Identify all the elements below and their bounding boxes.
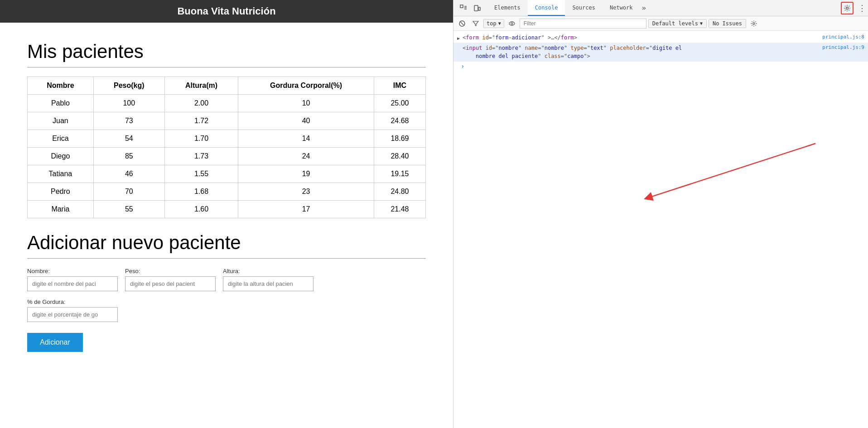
console-line-2: ▶ <input id="nombre" name="nombre" type=…	[453, 43, 868, 62]
table-row: Tatiana461.551919.15	[28, 165, 426, 183]
table-row: Pedro701.682324.80	[28, 183, 426, 201]
table-cell: 21.48	[374, 201, 425, 218]
table-cell: 1.68	[164, 183, 238, 201]
patients-section-title: Mis pacientes	[27, 41, 426, 63]
altura-label: Altura:	[223, 268, 313, 274]
table-cell: 1.73	[164, 148, 238, 165]
context-dropdown-icon: ▼	[498, 21, 501, 26]
console-settings-icon[interactable]	[748, 18, 760, 29]
console-output: ▶ <form id="form-adicionar" >…</form> pr…	[453, 31, 868, 428]
table-cell: 17	[238, 201, 374, 218]
table-cell: Pablo	[28, 95, 94, 112]
devtools-icon-buttons	[453, 2, 487, 14]
col-header-gordura: Gordura Corporal(%)	[238, 77, 374, 95]
form-group-nombre: Nombre:	[27, 268, 118, 291]
console-code-1: <form id="form-adicionar" >…</form>	[463, 34, 822, 42]
more-tabs-icon[interactable]: »	[640, 4, 648, 12]
svg-point-10	[511, 23, 513, 24]
devtools-tabs: Elements Console Sources Network »	[487, 0, 841, 16]
svg-rect-4	[474, 5, 478, 11]
tab-network[interactable]: Network	[603, 0, 640, 16]
table-cell: 46	[93, 165, 164, 183]
app-title: Buona Vita Nutrición	[177, 5, 275, 17]
table-cell: Tatiana	[28, 165, 94, 183]
expand-caret[interactable]: ›	[457, 62, 468, 71]
svg-rect-0	[460, 5, 463, 8]
table-cell: 85	[93, 148, 164, 165]
default-levels-label: Default levels	[652, 20, 698, 27]
col-header-peso: Peso(kg)	[93, 77, 164, 95]
table-cell: 24.80	[374, 183, 425, 201]
table-cell: 70	[93, 183, 164, 201]
table-cell: 1.55	[164, 165, 238, 183]
context-selector[interactable]: top ▼	[483, 19, 504, 28]
file-link-2[interactable]: principal.js:9	[822, 44, 864, 52]
col-header-imc: IMC	[374, 77, 425, 95]
tab-sources[interactable]: Sources	[565, 0, 603, 16]
table-cell: 25.00	[374, 95, 425, 112]
form-group-peso: Peso:	[125, 268, 216, 291]
adicionar-button[interactable]: Adicionar	[27, 333, 83, 352]
devtools-panel: Elements Console Sources Network » ⋮	[453, 0, 868, 428]
console-filter-input[interactable]	[520, 19, 646, 29]
peso-input[interactable]	[125, 276, 216, 291]
form-group-gordura: % de Gordura:	[27, 298, 118, 322]
app-header: Buona Vita Nutrición	[0, 0, 453, 23]
table-cell: 23	[238, 183, 374, 201]
table-row: Juan731.724024.68	[28, 112, 426, 130]
inspect-element-icon[interactable]	[457, 2, 470, 14]
table-cell: 19	[238, 165, 374, 183]
eye-icon[interactable]	[506, 18, 518, 29]
no-issues-button[interactable]: No Issues	[709, 19, 746, 28]
console-filter-icon[interactable]	[470, 18, 482, 29]
tab-console[interactable]: Console	[528, 0, 565, 16]
console-toolbar: top ▼ Default levels ▼ No Issues	[453, 16, 868, 31]
console-code-2: <input id="nombre" name="nombre" type="t…	[463, 44, 822, 60]
table-cell: 24.68	[374, 112, 425, 130]
devtools-content-area: ▶ <form id="form-adicionar" >…</form> pr…	[453, 31, 868, 428]
table-cell: Pedro	[28, 183, 94, 201]
table-row: Pablo1002.001025.00	[28, 95, 426, 112]
peso-label: Peso:	[125, 268, 216, 274]
svg-point-11	[753, 23, 755, 24]
col-header-nombre: Nombre	[28, 77, 94, 95]
devtools-more-options-icon[interactable]: ⋮	[855, 2, 868, 14]
default-levels-button[interactable]: Default levels ▼	[648, 19, 707, 28]
form-row-1: Nombre: Peso: Altura:	[27, 268, 426, 291]
table-cell: 28.40	[374, 148, 425, 165]
svg-rect-5	[478, 7, 480, 10]
table-cell: 19.15	[374, 165, 425, 183]
gordura-label: % de Gordura:	[27, 298, 118, 305]
table-cell: 1.72	[164, 112, 238, 130]
table-cell: Erica	[28, 130, 94, 148]
no-issues-label: No Issues	[713, 20, 742, 27]
devtools-settings-button[interactable]	[841, 2, 854, 14]
table-row: Erica541.701418.69	[28, 130, 426, 148]
altura-input[interactable]	[223, 276, 313, 291]
col-header-altura: Altura(m)	[164, 77, 238, 95]
main-content: Buona Vita Nutrición Mis pacientes Nombr…	[0, 0, 453, 428]
expand-arrow-1[interactable]: ▶	[457, 35, 460, 42]
tab-elements[interactable]: Elements	[487, 0, 528, 16]
patients-table: Nombre Peso(kg) Altura(m) Gordura Corpor…	[27, 77, 426, 218]
table-cell: 14	[238, 130, 374, 148]
table-cell: Maria	[28, 201, 94, 218]
table-cell: 24	[238, 148, 374, 165]
console-line-1: ▶ <form id="form-adicionar" >…</form> pr…	[453, 33, 868, 43]
table-cell: 10	[238, 95, 374, 112]
add-section-title: Adicionar nuevo paciente	[27, 232, 426, 254]
svg-line-8	[461, 22, 464, 25]
table-cell: 100	[93, 95, 164, 112]
console-expand-row: ›	[453, 62, 868, 71]
table-row: Maria551.601721.48	[28, 201, 426, 218]
file-link-1[interactable]: principal.js:8	[822, 34, 864, 41]
nombre-input[interactable]	[27, 276, 118, 291]
table-row: Diego851.732428.40	[28, 148, 426, 165]
form-group-altura: Altura:	[223, 268, 313, 291]
device-toolbar-icon[interactable]	[471, 2, 483, 14]
gordura-input[interactable]	[27, 307, 118, 322]
clear-console-button[interactable]	[456, 18, 468, 29]
table-cell: 73	[93, 112, 164, 130]
table-cell: 55	[93, 201, 164, 218]
form-row-2: % de Gordura:	[27, 298, 426, 322]
